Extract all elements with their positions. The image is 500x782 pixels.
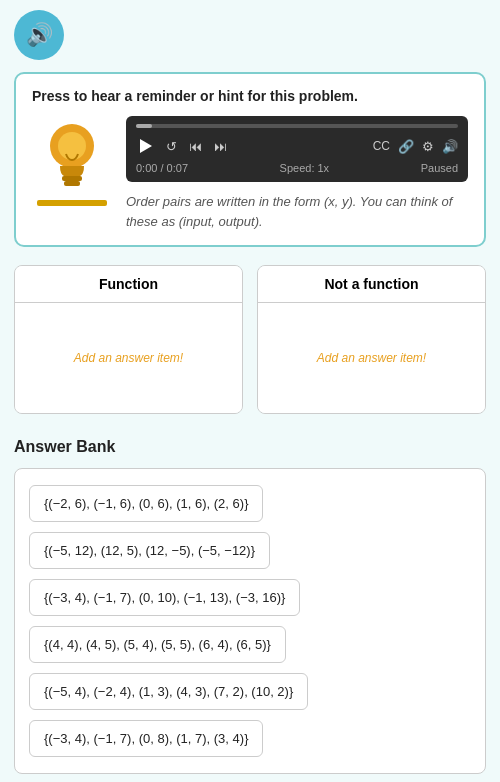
rewind-button[interactable]: ⏮ bbox=[187, 139, 204, 154]
not-function-column-body[interactable]: Add an answer item! bbox=[258, 303, 485, 413]
answer-item[interactable]: {(−5, 12), (12, 5), (12, −5), (−5, −12)} bbox=[29, 532, 270, 569]
audio-controls: ↺ ⏮ ⏭ CC 🔗 ⚙ 🔊 bbox=[136, 136, 458, 156]
svg-point-3 bbox=[58, 132, 86, 160]
cc-button[interactable]: CC bbox=[373, 139, 390, 153]
answer-item[interactable]: {(−2, 6), (−1, 6), (0, 6), (1, 6), (2, 6… bbox=[29, 485, 263, 522]
svg-rect-2 bbox=[64, 181, 80, 186]
forward-button[interactable]: ⏭ bbox=[212, 139, 229, 154]
volume-button[interactable]: 🔊 bbox=[442, 139, 458, 154]
audio-left-controls: ↺ ⏮ ⏭ bbox=[136, 136, 229, 156]
lightbulb-bar bbox=[37, 200, 107, 206]
not-function-column[interactable]: Not a function Add an answer item! bbox=[257, 265, 486, 414]
play-icon bbox=[140, 139, 152, 153]
function-add-hint: Add an answer item! bbox=[74, 351, 183, 365]
answer-item[interactable]: {(4, 4), (4, 5), (5, 4), (5, 5), (6, 4),… bbox=[29, 626, 286, 663]
speaker-icon: 🔊 bbox=[26, 22, 53, 48]
audio-time: 0:00 / 0:07 bbox=[136, 162, 188, 174]
function-column[interactable]: Function Add an answer item! bbox=[14, 265, 243, 414]
not-function-column-header: Not a function bbox=[258, 266, 485, 303]
settings-button[interactable]: ⚙ bbox=[422, 139, 434, 154]
hint-header: Press to hear a reminder or hint for thi… bbox=[32, 88, 468, 104]
audio-speed: Speed: 1x bbox=[280, 162, 330, 174]
hint-text: Order pairs are written in the form (x, … bbox=[126, 192, 468, 231]
hint-section: Press to hear a reminder or hint for thi… bbox=[14, 72, 486, 247]
answer-item[interactable]: {(−3, 4), (−1, 7), (0, 8), (1, 7), (3, 4… bbox=[29, 720, 263, 757]
not-function-add-hint: Add an answer item! bbox=[317, 351, 426, 365]
audio-status: Paused bbox=[421, 162, 458, 174]
svg-rect-1 bbox=[62, 176, 82, 181]
drag-section: Function Add an answer item! Not a funct… bbox=[14, 265, 486, 414]
answer-item[interactable]: {(−5, 4), (−2, 4), (1, 3), (4, 3), (7, 2… bbox=[29, 673, 308, 710]
drag-columns: Function Add an answer item! Not a funct… bbox=[14, 265, 486, 414]
function-column-body[interactable]: Add an answer item! bbox=[15, 303, 242, 413]
function-column-header: Function bbox=[15, 266, 242, 303]
hint-content: ↺ ⏮ ⏭ CC 🔗 ⚙ 🔊 0:00 / 0:07 Spee bbox=[32, 116, 468, 231]
audio-progress-fill bbox=[136, 124, 152, 128]
lightbulb-icon bbox=[32, 116, 112, 196]
audio-player-section: ↺ ⏮ ⏭ CC 🔗 ⚙ 🔊 0:00 / 0:07 Spee bbox=[126, 116, 468, 231]
answer-bank-title: Answer Bank bbox=[14, 438, 486, 456]
audio-time-row: 0:00 / 0:07 Speed: 1x Paused bbox=[136, 162, 458, 174]
audio-progress-bar[interactable] bbox=[136, 124, 458, 128]
answer-bank-section: Answer Bank {(−2, 6), (−1, 6), (0, 6), (… bbox=[14, 438, 486, 774]
lightbulb-container bbox=[32, 116, 112, 206]
reload-button[interactable]: ↺ bbox=[164, 139, 179, 154]
play-button[interactable] bbox=[136, 136, 156, 156]
audio-player: ↺ ⏮ ⏭ CC 🔗 ⚙ 🔊 0:00 / 0:07 Spee bbox=[126, 116, 468, 182]
audio-right-controls: CC 🔗 ⚙ 🔊 bbox=[373, 139, 458, 154]
speaker-icon-container[interactable]: 🔊 bbox=[14, 10, 64, 60]
answer-bank-box: {(−2, 6), (−1, 6), (0, 6), (1, 6), (2, 6… bbox=[14, 468, 486, 774]
answer-item[interactable]: {(−3, 4), (−1, 7), (0, 10), (−1, 13), (−… bbox=[29, 579, 300, 616]
share-button[interactable]: 🔗 bbox=[398, 139, 414, 154]
